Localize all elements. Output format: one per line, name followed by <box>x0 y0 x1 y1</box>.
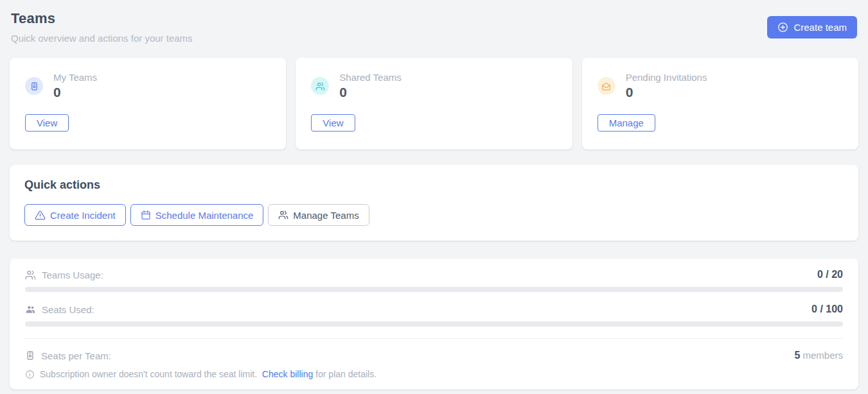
note-before-link: Subscription owner doesn't count toward … <box>40 369 262 379</box>
schedule-maintenance-button[interactable]: Schedule Maintenance <box>130 204 264 226</box>
seats-per-team-row: Seats per Team: 5 members <box>25 350 843 361</box>
quick-actions-buttons: Create Incident Schedule Maintenance Man… <box>24 204 844 226</box>
manage-teams-button[interactable]: Manage Teams <box>268 204 369 226</box>
view-shared-teams-button[interactable]: View <box>311 114 355 132</box>
stat-top: Pending Invitations 0 <box>598 72 843 100</box>
create-team-button[interactable]: Create team <box>767 16 857 39</box>
check-billing-link[interactable]: Check billing <box>262 369 313 379</box>
stat-label: Shared Teams <box>339 72 401 83</box>
teams-usage-label-wrap: Teams Usage: <box>25 270 103 280</box>
page-subtitle: Quick overview and actions for your team… <box>11 33 193 44</box>
seats-used-value: 0 / 100 <box>811 304 843 315</box>
manage-invitations-button[interactable]: Manage <box>598 114 655 132</box>
page-header-text: Teams Quick overview and actions for you… <box>11 10 193 44</box>
info-circle-icon <box>25 370 35 379</box>
page-header: Teams Quick overview and actions for you… <box>10 9 858 44</box>
seats-per-team-label-wrap: Seats per Team: <box>25 350 111 361</box>
seats-used-label: Seats Used: <box>42 304 94 315</box>
stat-top: Shared Teams 0 <box>311 72 556 100</box>
note-after-link: for plan details. <box>313 369 376 379</box>
seats-used-row: Seats Used: 0 / 100 <box>25 304 843 315</box>
teams-usage-progressbar <box>25 287 843 292</box>
plus-circle-icon <box>777 22 788 33</box>
stat-value: 0 <box>339 85 401 100</box>
page-title: Teams <box>11 10 193 27</box>
stats-row: My Teams 0 View Shared Teams 0 View <box>10 58 858 150</box>
stat-top: My Teams 0 <box>25 72 270 100</box>
create-incident-button[interactable]: Create Incident <box>24 204 126 226</box>
stat-card-pending-invitations: Pending Invitations 0 Manage <box>582 58 858 150</box>
users-filled-icon <box>25 304 36 315</box>
stat-value: 0 <box>626 85 707 100</box>
users-icon <box>278 210 288 220</box>
teams-usage-value: 0 / 20 <box>817 269 843 280</box>
stat-label: Pending Invitations <box>626 72 707 83</box>
stat-card-shared-teams: Shared Teams 0 View <box>296 58 572 150</box>
id-badge-icon <box>25 350 35 361</box>
quick-actions-card: Quick actions Create Incident Schedule M… <box>10 165 858 241</box>
calendar-icon <box>141 210 151 220</box>
create-team-label: Create team <box>793 22 847 33</box>
seats-per-team-value: 5 <box>794 350 800 361</box>
teams-usage-row: Teams Usage: 0 / 20 <box>25 269 843 280</box>
seats-used-progressbar <box>25 321 843 327</box>
seats-per-team-value-wrap: 5 members <box>794 350 843 361</box>
users-icon <box>311 77 329 95</box>
stat-value: 0 <box>53 85 97 100</box>
stat-label: My Teams <box>53 72 97 83</box>
manage-teams-label: Manage Teams <box>293 210 359 221</box>
usage-divider <box>25 338 843 339</box>
teams-usage-label: Teams Usage: <box>42 270 103 280</box>
users-outline-icon <box>25 270 36 280</box>
warning-triangle-icon <box>35 210 46 221</box>
stat-card-my-teams: My Teams 0 View <box>10 58 286 150</box>
id-badge-icon <box>25 77 43 95</box>
seats-used-label-wrap: Seats Used: <box>25 304 94 315</box>
usage-card: Teams Usage: 0 / 20 Seats Used: 0 / 100 <box>10 259 858 390</box>
teams-page: Teams Quick overview and actions for you… <box>0 0 868 394</box>
view-my-teams-button[interactable]: View <box>25 114 69 132</box>
usage-note: Subscription owner doesn't count toward … <box>25 369 843 379</box>
stat-text: Shared Teams 0 <box>339 72 401 100</box>
stat-text: Pending Invitations 0 <box>626 72 707 100</box>
seats-per-team-unit: members <box>800 350 843 361</box>
create-incident-label: Create Incident <box>50 210 116 221</box>
seats-per-team-label: Seats per Team: <box>41 350 111 361</box>
quick-actions-title: Quick actions <box>24 178 844 192</box>
schedule-maintenance-label: Schedule Maintenance <box>155 210 254 221</box>
usage-note-text: Subscription owner doesn't count toward … <box>40 369 376 379</box>
envelope-open-icon <box>598 77 616 95</box>
stat-text: My Teams 0 <box>53 72 97 100</box>
